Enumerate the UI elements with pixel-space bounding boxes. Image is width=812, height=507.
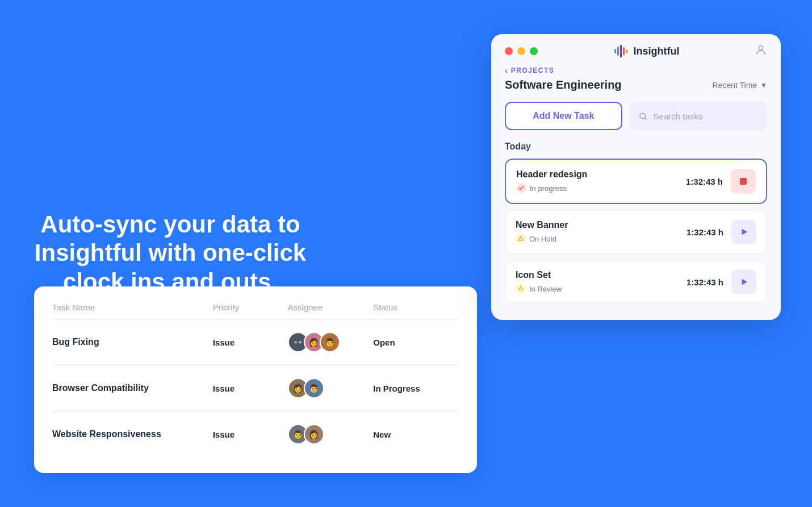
task-table-card: Task Name Priority Assignee Status Bug F… xyxy=(34,286,477,473)
task-status: In Review xyxy=(516,284,687,294)
avatar: 👨 xyxy=(320,332,340,352)
app-body: ‹ PROJECTS Software Engineering Recent T… xyxy=(491,66,781,320)
avatar: 👨 xyxy=(304,378,324,398)
task-item: Header redesign In progress 1:32:43 h xyxy=(505,159,767,204)
task-time: 1:32:43 h xyxy=(686,177,723,186)
task-name: Bug Fixing xyxy=(52,337,213,347)
task-assignees: 👓 👩 👨 xyxy=(288,332,374,352)
svg-rect-1 xyxy=(617,47,619,56)
svg-rect-4 xyxy=(626,49,627,53)
dropdown-arrow: ▼ xyxy=(760,81,767,89)
svg-rect-7 xyxy=(740,178,747,185)
task-info: Header redesign In progress xyxy=(516,169,686,193)
task-name: Icon Set xyxy=(516,270,687,280)
svg-rect-3 xyxy=(623,47,625,55)
svg-rect-2 xyxy=(620,45,622,57)
task-name: Browser Compatibility xyxy=(52,383,213,393)
add-task-button[interactable]: Add New Task xyxy=(505,102,622,130)
task-time: 1:32:43 h xyxy=(687,227,723,237)
task-status: Open xyxy=(373,338,459,347)
col-header-task: Task Name xyxy=(52,302,213,312)
task-priority: Issue xyxy=(213,338,288,347)
table-row: Bug Fixing Issue 👓 👩 👨 Open xyxy=(52,319,459,365)
time-filter-label: Recent Time xyxy=(713,81,757,90)
task-status: New xyxy=(373,430,459,439)
svg-point-6 xyxy=(639,113,645,118)
user-icon[interactable] xyxy=(755,44,767,59)
table-row: Browser Compatibility Issue 👩 👨 In Progr… xyxy=(52,365,459,411)
task-priority: Issue xyxy=(213,384,288,393)
status-text: On Hold xyxy=(529,235,556,243)
toolbar: Add New Task Search tasks xyxy=(505,102,767,130)
hero-text: Auto-sync your data to Insightful with o… xyxy=(34,210,307,296)
task-info: New Banner On Hold xyxy=(516,220,687,244)
task-list: Header redesign In progress 1:32:43 h xyxy=(505,159,767,304)
task-assignees: 👩 👨 xyxy=(288,378,374,398)
task-item: Icon Set In Review 1:32:43 h xyxy=(505,260,767,304)
task-status: On Hold xyxy=(516,234,687,244)
svg-rect-0 xyxy=(614,49,616,53)
task-status: In Progress xyxy=(373,384,459,393)
app-logo: Insightful xyxy=(613,43,680,59)
col-header-priority: Priority xyxy=(213,302,288,312)
status-icon xyxy=(516,284,526,294)
task-name: Header redesign xyxy=(516,169,686,180)
play-button[interactable] xyxy=(731,269,756,294)
table-row: Website Responsiveness Issue 👨 👩 New xyxy=(52,411,459,457)
time-filter-dropdown[interactable]: Recent Time ▼ xyxy=(713,81,767,90)
minimize-button[interactable] xyxy=(517,47,525,55)
window-controls xyxy=(505,47,538,55)
avatar: 👩 xyxy=(304,424,324,444)
titlebar: Insightful xyxy=(491,34,781,66)
play-icon xyxy=(740,278,748,286)
status-text: In Review xyxy=(529,285,562,293)
search-placeholder: Search tasks xyxy=(654,111,703,121)
task-status: In progress xyxy=(516,183,686,193)
play-icon xyxy=(740,228,748,236)
task-name: Website Responsiveness xyxy=(52,429,213,439)
status-text: In progress xyxy=(530,184,567,193)
close-button[interactable] xyxy=(505,47,513,55)
logo-icon xyxy=(613,43,629,59)
svg-point-5 xyxy=(759,45,763,49)
task-item: New Banner On Hold 1:32:43 h xyxy=(505,210,767,254)
status-icon xyxy=(516,183,526,193)
play-button[interactable] xyxy=(731,219,756,244)
search-box[interactable]: Search tasks xyxy=(629,102,767,130)
app-name: Insightful xyxy=(634,45,680,57)
stop-icon xyxy=(739,177,748,186)
task-priority: Issue xyxy=(213,430,288,439)
table-header: Task Name Priority Assignee Status xyxy=(52,302,459,319)
app-card: Insightful ‹ PROJECTS Software Engineeri… xyxy=(491,34,781,320)
breadcrumb[interactable]: ‹ PROJECTS xyxy=(505,66,767,75)
task-time: 1:32:43 h xyxy=(687,277,723,287)
col-header-assignee: Assignee xyxy=(288,302,374,312)
status-icon xyxy=(516,234,526,244)
task-assignees: 👨 👩 xyxy=(288,424,374,444)
back-arrow: ‹ xyxy=(505,66,508,75)
maximize-button[interactable] xyxy=(530,47,538,55)
col-header-status: Status xyxy=(373,302,459,312)
search-icon xyxy=(638,111,648,121)
task-name: New Banner xyxy=(516,220,687,230)
breadcrumb-label: PROJECTS xyxy=(511,67,555,74)
project-title: Software Engineering xyxy=(505,78,622,92)
task-info: Icon Set In Review xyxy=(516,270,687,294)
stop-button[interactable] xyxy=(731,169,756,194)
today-label: Today xyxy=(505,142,767,152)
project-header: Software Engineering Recent Time ▼ xyxy=(505,78,767,92)
